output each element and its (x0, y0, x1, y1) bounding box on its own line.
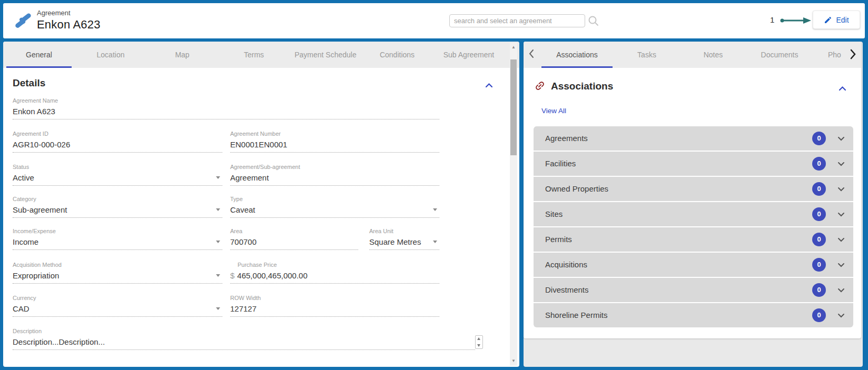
association-label: Facilities (545, 152, 576, 176)
dropdown-caret-icon[interactable] (216, 307, 220, 310)
scrollbar-thumb[interactable] (510, 59, 517, 155)
field-purchase-price[interactable]: Purchase Price $465,000,465,000.00 (230, 262, 439, 284)
tab-scroll-right-button[interactable] (850, 49, 856, 62)
stepper-up-icon[interactable] (476, 336, 482, 342)
field-label: Acquisition Method (13, 262, 222, 268)
field-label: Agreement Name (13, 97, 439, 104)
tab-documents[interactable]: Documents (753, 42, 806, 68)
association-row-sites[interactable]: Sites 0 (534, 202, 853, 226)
field-agreement-sub-agreement[interactable]: Agreement/Sub-agreement Agreement (230, 164, 439, 186)
field-currency-select[interactable]: Currency CAD (13, 295, 222, 317)
related-info-panel: Associations Tasks Notes Documents Pho A… (524, 42, 863, 367)
field-income-expense-select[interactable]: Income/Expense Income (13, 228, 222, 250)
field-area[interactable]: Area 700700 (230, 228, 358, 250)
field-description[interactable]: Description Description...Description... (13, 328, 475, 350)
field-label: Status (13, 164, 222, 170)
scrollbar-down-arrow-icon[interactable]: ▼ (510, 357, 517, 365)
left-tab-bar: General Location Map Terms Payment Sched… (3, 42, 519, 68)
chevron-up-icon (839, 86, 846, 91)
count-badge: 0 (812, 258, 826, 272)
edit-button-label: Edit (836, 16, 849, 24)
tab-associations[interactable]: Associations (541, 42, 613, 68)
field-agreement-name[interactable]: Agreement Name Enkon A623 (13, 97, 439, 119)
field-label: Area Unit (369, 228, 439, 234)
dropdown-caret-icon[interactable] (216, 274, 220, 277)
details-section-title: Details (13, 77, 45, 89)
agreement-icon (14, 12, 32, 29)
field-area-unit-select[interactable]: Area Unit Square Metres (369, 228, 439, 250)
associations-card: Associations Tasks Notes Documents Pho A… (524, 42, 861, 338)
association-label: Acquisitions (545, 253, 587, 277)
field-label: Agreement ID (13, 131, 222, 137)
association-row-owned-properties[interactable]: Owned Properties 0 (534, 177, 853, 201)
field-value: Income (13, 237, 222, 246)
count-badge: 0 (812, 132, 826, 145)
count-badge: 0 (812, 207, 826, 221)
dropdown-caret-icon[interactable] (216, 208, 220, 211)
field-label: ROW Width (230, 295, 439, 301)
tab-tasks[interactable]: Tasks (626, 42, 668, 68)
tab-photos-truncated[interactable]: Pho (828, 42, 848, 68)
chevron-down-icon (837, 237, 845, 242)
view-all-link[interactable]: View All (541, 107, 566, 115)
chevron-down-icon (837, 212, 845, 217)
description-stepper (475, 335, 483, 349)
field-category-select[interactable]: Category Sub-agreement (13, 196, 222, 218)
link-icon (531, 77, 548, 94)
field-row-width[interactable]: ROW Width 127127 (230, 295, 439, 317)
field-value: Active (13, 173, 222, 182)
dropdown-caret-icon[interactable] (433, 208, 437, 211)
tab-notes[interactable]: Notes (692, 42, 734, 68)
associations-accordion: Agreements 0 Facilities 0 Owned Properti… (534, 126, 853, 327)
association-label: Sites (545, 202, 563, 226)
tab-conditions[interactable]: Conditions (361, 42, 433, 68)
header-bar: Agreement Enkon A623 1 Edit (3, 3, 865, 38)
stepper-down-icon[interactable] (476, 342, 482, 348)
field-type-select[interactable]: Type Caveat (230, 196, 439, 218)
field-agreement-id[interactable]: Agreement ID AGR10-000-026 (13, 131, 222, 153)
association-row-divestments[interactable]: Divestments 0 (534, 278, 853, 302)
dropdown-caret-icon[interactable] (216, 241, 220, 243)
vertical-scrollbar[interactable]: ▲ ▼ (510, 43, 517, 366)
field-label: Purchase Price (238, 262, 439, 268)
chevron-up-icon (485, 83, 493, 88)
chevron-left-icon (529, 49, 534, 58)
field-label: Agreement/Sub-agreement (230, 164, 439, 170)
agreement-search-input[interactable] (449, 14, 585, 27)
details-collapse-button[interactable] (485, 81, 493, 90)
tab-general[interactable]: General (3, 42, 75, 68)
tab-scroll-left-button[interactable] (529, 49, 534, 61)
tab-map[interactable]: Map (146, 42, 218, 68)
associations-collapse-button[interactable] (839, 84, 846, 93)
field-label: Income/Expense (13, 228, 222, 234)
chevron-down-icon (837, 162, 845, 166)
field-value: 700700 (230, 237, 358, 246)
dropdown-caret-icon[interactable] (216, 176, 220, 179)
chevron-down-icon (837, 288, 845, 293)
field-label: Category (13, 196, 222, 202)
tab-location[interactable]: Location (75, 42, 146, 68)
tab-sub-agreement[interactable]: Sub Agreement (433, 42, 505, 68)
association-row-permits[interactable]: Permits 0 (534, 227, 853, 252)
field-status-select[interactable]: Status Active (13, 164, 222, 186)
search-icon[interactable] (588, 15, 599, 27)
association-row-agreements[interactable]: Agreements 0 (534, 126, 853, 151)
field-value: CAD (13, 304, 222, 313)
tab-terms[interactable]: Terms (218, 42, 290, 68)
field-acquisition-method-select[interactable]: Acquisition Method Expropriation (13, 262, 222, 284)
association-label: Owned Properties (545, 177, 608, 201)
tab-payment-schedule[interactable]: Payment Schedule (290, 42, 361, 68)
association-row-facilities[interactable]: Facilities 0 (534, 152, 853, 176)
association-label: Permits (545, 227, 572, 252)
field-label: Description (13, 328, 475, 334)
association-row-acquisitions[interactable]: Acquisitions 0 (534, 253, 853, 277)
chevron-down-icon (837, 187, 845, 192)
app-canvas: Agreement Enkon A623 1 Edit General Loca… (0, 0, 868, 370)
count-badge: 0 (812, 157, 826, 171)
field-value: Square Metres (369, 237, 439, 246)
edit-button[interactable]: Edit (813, 11, 860, 29)
association-row-shoreline-permits[interactable]: Shoreline Permits 0 (534, 303, 853, 327)
scrollbar-up-arrow-icon[interactable]: ▲ (510, 44, 517, 51)
dropdown-caret-icon[interactable] (433, 241, 437, 243)
field-agreement-number[interactable]: Agreement Number EN0001EN0001 (230, 131, 439, 153)
